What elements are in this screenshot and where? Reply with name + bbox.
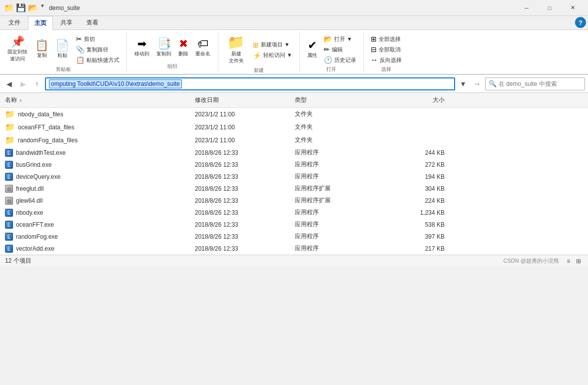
properties-button[interactable]: ✔ 属性 [305,38,320,60]
col-header-name[interactable]: 名称 ∧ [0,95,190,105]
forward-button[interactable]: ▶ [17,78,29,90]
exe-icon: E [5,173,13,181]
back-button[interactable]: ◀ [3,78,15,90]
paste-shortcut-label: 粘贴快捷方式 [86,56,119,64]
easy-access-button[interactable]: ⚡ 轻松访问 ▼ [251,50,294,60]
table-row[interactable]: E nbody.exe 2018/8/26 12:33 应用程序 1,234 K… [0,207,588,219]
copy-button[interactable]: 📋 复制 [32,38,51,60]
dropdown-arrow[interactable]: ▼ [40,3,45,12]
help-button[interactable]: ? [575,17,586,28]
table-row[interactable]: 📁 randomFog_data_files 2023/1/2 11:00 文件… [0,134,588,147]
tab-view[interactable]: 查看 [80,15,105,29]
new-content: 📁 新建文件夹 ⊞ 新建项目 ▼ ⚡ 轻松访问 ▼ [223,34,294,66]
file-name-text: randomFog.exe [16,233,58,240]
address-refresh-button[interactable]: → [471,78,483,90]
up-button[interactable]: ↑ [31,78,43,90]
new-group-label: 新建 [254,66,264,74]
title-bar: 📁 💾 📂 ▼ demo_suite ─ □ ✕ [0,0,588,16]
file-name-text: freeglut.dll [16,185,43,192]
address-dropdown-button[interactable]: ▼ [457,78,469,90]
cut-button[interactable]: ✂ 剪切 [74,34,121,44]
table-row[interactable]: D freeglut.dll 2018/8/26 12:33 应用程序扩展 30… [0,183,588,195]
history-button[interactable]: 🕐 历史记录 [322,55,358,65]
column-headers: 名称 ∧ 修改日期 类型 大小 [0,93,588,108]
select-group-label: 选择 [381,65,391,73]
file-size: 194 KB [390,173,450,180]
minimize-button[interactable]: ─ [515,0,538,16]
file-name: E vectorAdd.exe [0,245,190,253]
new-small-buttons: ⊞ 新建项目 ▼ ⚡ 轻松访问 ▼ [251,40,294,60]
edit-button[interactable]: ✏ 编辑 [322,44,358,54]
ribbon-group-organize: ➡ 移动到 📑 复制到 ✖ 删除 🏷 重命名 组织 [127,32,218,72]
file-name-text: oceanFFT_data_files [18,124,74,131]
file-name-text: busGrind.exe [16,161,51,168]
search-icon: 🔍 [489,80,497,87]
file-name: E randomFog.exe [0,233,190,241]
file-type: 文件夹 [290,136,390,144]
paste-shortcut-button[interactable]: 📋 粘贴快捷方式 [74,55,121,65]
tab-file[interactable]: 文件 [2,15,27,29]
col-header-date[interactable]: 修改日期 [190,95,290,105]
invert-select-button[interactable]: ↔ 反向选择 [369,55,404,65]
detail-view-button[interactable]: ≡ [564,257,573,266]
pin-label: 固定到快速访问 [7,48,27,62]
pin-quick-access-button[interactable]: 📌 固定到快速访问 [5,35,30,64]
item-count: 12 个项目 [5,257,31,265]
col-header-size[interactable]: 大小 [390,95,450,105]
copy-path-button[interactable]: 📎 复制路径 [74,44,121,54]
file-date: 2023/1/2 11:00 [190,124,290,131]
tile-view-button[interactable]: ⊞ [574,257,583,266]
copy-icon: 📋 [35,40,48,51]
select-content: ⊞ 全部选择 ⊟ 全部取消 ↔ 反向选择 [369,34,404,65]
open-button[interactable]: 📂 打开 ▼ [322,34,358,44]
close-button[interactable]: ✕ [561,0,584,16]
search-bar[interactable]: 🔍 [485,77,585,90]
select-none-button[interactable]: ⊟ 全部取消 [369,44,404,54]
history-label: 历史记录 [334,56,356,64]
file-date: 2023/1/2 11:00 [190,137,290,144]
file-list: 📁 nbody_data_files 2023/1/2 11:00 文件夹 📁 … [0,108,588,255]
table-row[interactable]: E randomFog.exe 2018/8/26 12:33 应用程序 397… [0,231,588,243]
ribbon-group-new: 📁 新建文件夹 ⊞ 新建项目 ▼ ⚡ 轻松访问 ▼ 新建 [218,32,300,72]
file-area: 名称 ∧ 修改日期 类型 大小 📁 nbody_data_files 2023/… [0,93,588,255]
move-to-button[interactable]: ➡ 移动到 [132,37,152,59]
maximize-button[interactable]: □ [538,0,561,16]
table-row[interactable]: 📁 nbody_data_files 2023/1/2 11:00 文件夹 [0,108,588,121]
file-date: 2018/8/26 12:33 [190,233,290,240]
table-row[interactable]: E oceanFFT.exe 2018/8/26 12:33 应用程序 538 … [0,219,588,231]
select-none-label: 全部取消 [379,46,401,53]
table-row[interactable]: 📁 oceanFFT_data_files 2023/1/2 11:00 文件夹 [0,121,588,134]
properties-icon: ✔ [308,40,317,51]
paste-button[interactable]: 📄 粘贴 [52,38,72,60]
table-row[interactable]: E deviceQuery.exe 2018/8/26 12:33 应用程序 1… [0,171,588,183]
file-name: E bandwidthTest.exe [0,149,190,157]
new-folder-button[interactable]: 📁 新建文件夹 [223,34,249,66]
file-type: 应用程序 [290,160,390,169]
ribbon-tabs: 文件 主页 共享 查看 ? [0,16,588,30]
exe-icon: E [5,221,13,229]
file-name-text: randomFog_data_files [18,137,77,144]
file-date: 2018/8/26 12:33 [190,197,290,204]
new-item-button[interactable]: ⊞ 新建项目 ▼ [251,40,294,50]
cut-icon: ✂ [76,35,82,43]
col-header-type[interactable]: 类型 [290,95,390,105]
open-icon: 📂 [324,35,332,43]
select-buttons: ⊞ 全部选择 ⊟ 全部取消 ↔ 反向选择 [369,34,404,65]
select-all-button[interactable]: ⊞ 全部选择 [369,34,404,44]
sort-indicator-name: ∧ [19,98,22,103]
table-row[interactable]: E vectorAdd.exe 2018/8/26 12:33 应用程序 217… [0,243,588,255]
file-type: 应用程序 [290,244,390,253]
tab-home[interactable]: 主页 [28,16,53,30]
delete-button[interactable]: ✖ 删除 [176,37,191,59]
tab-share[interactable]: 共享 [54,15,79,29]
table-row[interactable]: E bandwidthTest.exe 2018/8/26 12:33 应用程序… [0,147,588,159]
copy-to-button[interactable]: 📑 复制到 [154,37,174,59]
file-name: E busGrind.exe [0,161,190,169]
table-row[interactable]: D glew64.dll 2018/8/26 12:33 应用程序扩展 224 … [0,195,588,207]
file-date: 2018/8/26 12:33 [190,221,290,228]
address-bar[interactable]: omputing Toolkit\CUDA\v10.0\extras\demo_… [45,77,455,90]
rename-button[interactable]: 🏷 重命名 [193,37,213,59]
paste-icon: 📄 [55,40,69,51]
table-row[interactable]: E busGrind.exe 2018/8/26 12:33 应用程序 272 … [0,159,588,171]
search-input[interactable] [499,80,582,87]
